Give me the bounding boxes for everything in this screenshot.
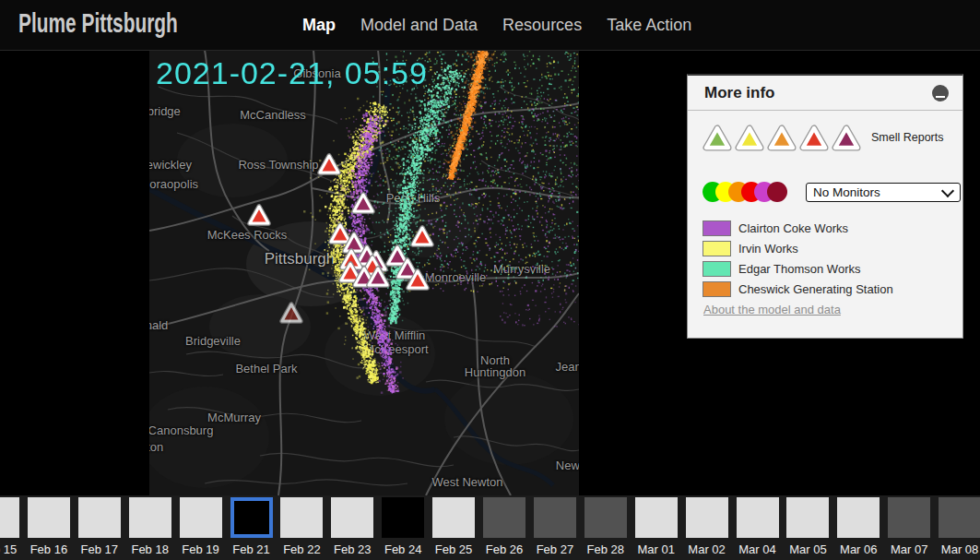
smell-scale-row: Smell Reports xyxy=(703,124,944,151)
smell-reports-label: Smell Reports xyxy=(871,131,944,144)
timeline-day-mar-08[interactable] xyxy=(939,497,980,538)
timeline-day-feb-16[interactable] xyxy=(28,497,70,538)
panel-body: Smell Reports No Monitors Clairton Coke … xyxy=(688,111,962,338)
legend-swatch xyxy=(703,220,731,236)
smell-report-marker[interactable] xyxy=(354,195,372,211)
smell-level-triangle-icon xyxy=(767,124,797,151)
legend-row: Edgar Thomson Works xyxy=(703,258,893,279)
timeline-day-mar-01[interactable] xyxy=(635,497,678,538)
timeline-day-feb-24[interactable] xyxy=(382,497,424,538)
minus-icon xyxy=(936,96,945,98)
timeline-day-feb-17[interactable] xyxy=(78,497,121,538)
legend-swatch xyxy=(703,261,731,277)
timeline-day-mar-07[interactable] xyxy=(888,497,930,538)
smell-report-marker[interactable] xyxy=(388,247,407,264)
timeline-day-feb-21[interactable] xyxy=(230,497,273,538)
smell-level-triangle-icon xyxy=(703,124,732,151)
timeline-day-label: Mar 08 xyxy=(930,542,980,556)
panel-header: More info xyxy=(688,76,962,111)
monitor-scale-icons xyxy=(703,181,791,203)
nav-resources[interactable]: Resources xyxy=(502,16,582,35)
main-nav: MapModel and DataResourcesTake Action xyxy=(302,0,691,50)
smell-report-marker[interactable] xyxy=(413,228,431,244)
smell-report-layer xyxy=(149,50,579,495)
legend-label: Edgar Thomson Works xyxy=(738,262,860,276)
collapse-panel-button[interactable] xyxy=(932,85,949,101)
legend-row: Clairton Coke Works xyxy=(703,218,893,238)
monitor-select-wrap: No Monitors xyxy=(806,183,961,202)
timeline-day-mar-04[interactable] xyxy=(737,497,779,538)
brand-title[interactable]: Plume Pittsburgh xyxy=(18,8,178,39)
smell-level-triangle-icon xyxy=(799,124,829,151)
legend-list: Clairton Coke WorksIrvin WorksEdgar Thom… xyxy=(703,218,893,299)
timeline-day-mar-06[interactable] xyxy=(837,497,880,538)
panel-title: More info xyxy=(704,84,775,102)
smell-scale-icons xyxy=(703,124,864,151)
monitor-level-circle-icon xyxy=(767,182,787,202)
nav-take-action[interactable]: Take Action xyxy=(607,16,691,35)
smell-report-marker[interactable] xyxy=(331,225,349,242)
timeline-day-feb-23[interactable] xyxy=(331,497,373,538)
smell-level-triangle-icon xyxy=(832,124,861,151)
legend-label: Clairton Coke Works xyxy=(738,221,848,235)
timeline-day-mar-05[interactable] xyxy=(786,497,829,538)
timeline: Feb 15Feb 16Feb 17Feb 18Feb 19Feb 21Feb … xyxy=(0,495,980,560)
smell-level-triangle-icon xyxy=(735,124,764,151)
smell-report-marker[interactable] xyxy=(282,304,301,321)
monitor-select[interactable]: No Monitors xyxy=(806,183,961,202)
timeline-day-mar-02[interactable] xyxy=(686,497,728,538)
about-model-link[interactable]: About the model and data xyxy=(703,303,841,316)
legend-label: Cheswick Generating Station xyxy=(738,282,893,296)
timeline-day-feb-25[interactable] xyxy=(432,497,475,538)
timeline-day-feb-19[interactable] xyxy=(180,497,222,538)
legend-label: Irvin Works xyxy=(738,242,798,256)
timeline-day-feb-26[interactable] xyxy=(483,497,525,538)
legend-row: Cheswick Generating Station xyxy=(703,279,893,299)
timeline-day-feb-15[interactable] xyxy=(0,497,19,538)
legend-row: Irvin Works xyxy=(703,238,893,258)
monitor-row: No Monitors xyxy=(703,181,961,203)
app-header: Plume Pittsburgh MapModel and DataResour… xyxy=(0,0,980,51)
more-info-panel: More info Smell Reports No Monitors Clai… xyxy=(687,74,963,339)
map-viewport[interactable]: GibsoniaAmbridgeMcCandlessSewickleyRoss … xyxy=(149,50,579,495)
nav-model-and-data[interactable]: Model and Data xyxy=(360,16,478,35)
timeline-day-feb-28[interactable] xyxy=(584,497,627,538)
timeline-day-feb-18[interactable] xyxy=(129,497,171,538)
timeline-day-feb-27[interactable] xyxy=(534,497,576,538)
legend-swatch xyxy=(703,241,731,256)
smell-report-marker[interactable] xyxy=(250,207,268,223)
nav-map[interactable]: Map xyxy=(302,16,336,35)
timeline-day-feb-22[interactable] xyxy=(280,497,323,538)
smell-report-marker[interactable] xyxy=(320,156,338,173)
legend-swatch xyxy=(703,281,731,297)
map-timestamp: 2021-02-21, 05:59 xyxy=(156,55,428,91)
